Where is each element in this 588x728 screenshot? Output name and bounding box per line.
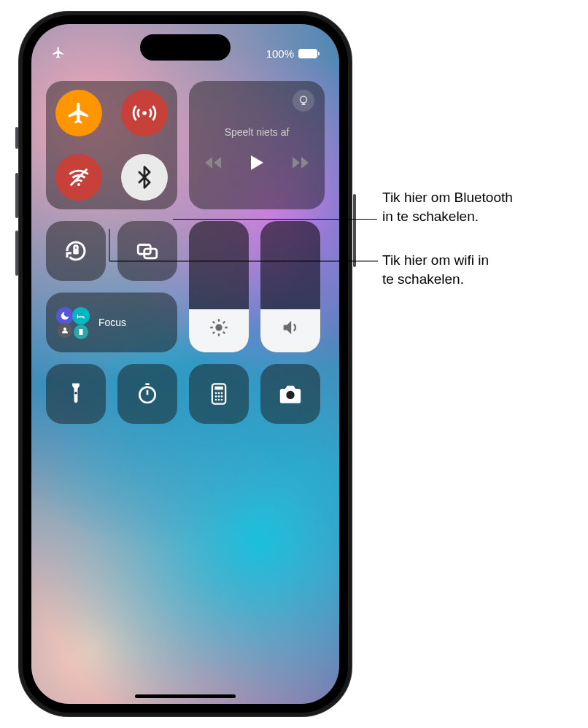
media-play-button[interactable] [249, 154, 265, 174]
svg-point-30 [215, 399, 217, 401]
phone-volume-down-button [15, 231, 18, 276]
airplane-mode-button[interactable] [55, 90, 102, 136]
bed-icon [72, 307, 90, 325]
callout-bluetooth: Tik hier om Bluetooth in te schakelen. [382, 188, 513, 226]
wifi-button[interactable] [55, 154, 102, 201]
airplay-button[interactable] [293, 90, 314, 112]
connectivity-panel[interactable] [46, 81, 177, 209]
svg-line-16 [213, 332, 214, 333]
svg-point-24 [215, 392, 217, 394]
svg-line-15 [223, 332, 225, 333]
bluetooth-button[interactable] [121, 154, 168, 201]
svg-point-18 [74, 392, 77, 394]
phone-bezel: 100% [23, 15, 348, 713]
now-playing-status: Speelt niets af [199, 126, 314, 138]
svg-point-7 [63, 328, 66, 330]
brightness-icon [209, 317, 229, 341]
person-icon [58, 323, 72, 338]
flashlight-button[interactable] [46, 364, 106, 424]
svg-rect-8 [80, 329, 83, 335]
orientation-lock-button[interactable] [46, 221, 106, 281]
svg-rect-4 [73, 249, 79, 255]
media-previous-button[interactable] [205, 155, 224, 174]
focus-label: Focus [98, 317, 126, 328]
volume-icon [280, 317, 301, 341]
svg-rect-23 [214, 387, 223, 390]
svg-point-27 [215, 395, 217, 398]
svg-line-17 [223, 322, 225, 323]
phone-volume-up-button [15, 173, 18, 218]
callout-line-bluetooth [173, 219, 377, 220]
media-controls [199, 154, 314, 174]
svg-point-1 [77, 183, 80, 186]
building-icon [74, 325, 88, 339]
focus-button[interactable]: Focus [46, 293, 177, 352]
svg-point-19 [139, 387, 155, 403]
svg-point-3 [301, 96, 307, 103]
svg-point-32 [221, 399, 223, 401]
callout-wifi: Tik hier om wifi in te schakelen. [382, 251, 489, 289]
svg-line-14 [213, 322, 214, 323]
dynamic-island [140, 34, 231, 61]
control-center-screen: 100% [31, 24, 339, 704]
svg-point-28 [218, 395, 220, 398]
media-next-button[interactable] [290, 155, 309, 174]
calculator-button[interactable] [189, 364, 249, 424]
phone-silent-switch [15, 127, 18, 149]
callout-line-wifi [109, 229, 378, 266]
svg-point-26 [221, 392, 223, 394]
battery-status: 100% [266, 47, 317, 60]
svg-point-31 [218, 399, 220, 401]
media-panel[interactable]: Speelt niets af [189, 81, 325, 209]
camera-button[interactable] [260, 364, 320, 424]
home-indicator[interactable] [135, 694, 236, 698]
cellular-data-button[interactable] [121, 90, 168, 136]
focus-icon-cluster [55, 304, 91, 341]
battery-icon [298, 49, 317, 58]
airplane-status-icon [52, 46, 65, 61]
svg-point-25 [218, 392, 220, 394]
svg-point-33 [286, 391, 294, 399]
moon-icon [56, 307, 74, 325]
timer-button[interactable] [117, 364, 177, 424]
svg-point-0 [142, 111, 147, 115]
battery-percent-label: 100% [266, 47, 294, 60]
svg-point-9 [215, 324, 222, 330]
svg-point-29 [221, 395, 223, 398]
phone-frame: 100% [19, 12, 352, 716]
